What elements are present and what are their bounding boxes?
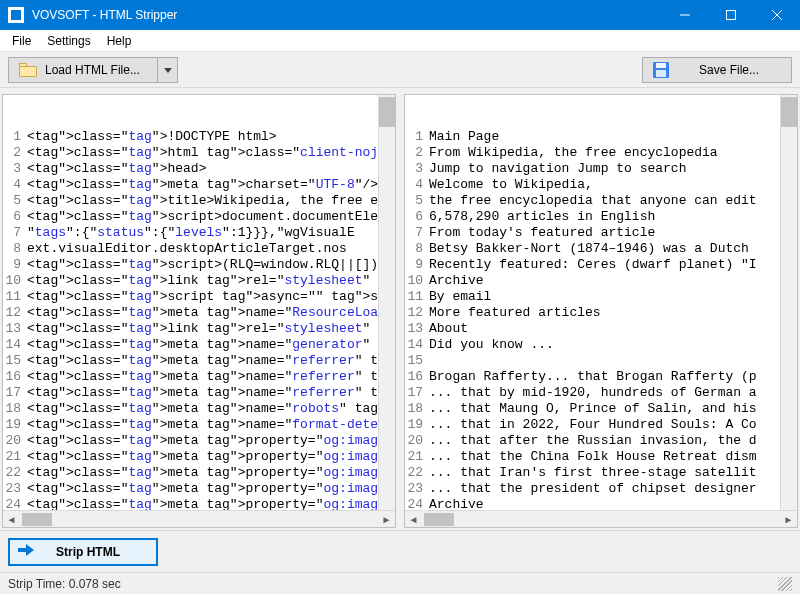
folder-open-icon [19,63,37,77]
text-line: 10Archive [405,273,797,289]
resize-grip[interactable] [778,577,792,591]
code-line: 16<tag">class="tag">meta tag">name="refe… [3,369,395,385]
statusbar: Strip Time: 0.078 sec [0,572,800,594]
text-line: 13About [405,321,797,337]
code-line: 4<tag">class="tag">meta tag">charset="UT… [3,177,395,193]
text-line: 12More featured articles [405,305,797,321]
output-vscrollbar[interactable] [780,95,797,510]
toolbar: Load HTML File... Save File... [0,52,800,88]
code-line: 24<tag">class="tag">meta tag">property="… [3,497,395,510]
text-line: 7From today's featured article [405,225,797,241]
text-line: 20... that after the Russian invasion, t… [405,433,797,449]
load-html-dropdown[interactable] [158,57,178,83]
text-line: 66,578,290 articles in English [405,209,797,225]
text-line: 24Archive [405,497,797,510]
load-html-label: Load HTML File... [45,63,140,77]
strip-html-label: Strip HTML [44,545,148,559]
status-text: Strip Time: 0.078 sec [8,577,121,591]
text-line: 19... that in 2022, Four Hundred Souls: … [405,417,797,433]
menu-settings[interactable]: Settings [39,32,98,50]
save-file-label: Save File... [677,63,781,77]
code-line: 18<tag">class="tag">meta tag">name="robo… [3,401,395,417]
scroll-left-icon[interactable]: ◄ [405,511,422,528]
menu-help[interactable]: Help [99,32,140,50]
code-line: 14<tag">class="tag">meta tag">name="gene… [3,337,395,353]
action-bar: Strip HTML [0,530,800,572]
svg-rect-1 [727,11,736,20]
text-line: 23... that the president of chipset desi… [405,481,797,497]
code-line: 21<tag">class="tag">meta tag">property="… [3,449,395,465]
source-pane: 1<tag">class="tag">!DOCTYPE html>2<tag">… [2,94,396,528]
text-line: 1Main Page [405,129,797,145]
code-line: 3<tag">class="tag">head> [3,161,395,177]
text-line: 15 [405,353,797,369]
scroll-right-icon[interactable]: ► [378,511,395,528]
code-line: 7"tags":{"status":{"levels":1}}},"wgVisu… [3,225,395,241]
code-line: 20<tag">class="tag">meta tag">property="… [3,433,395,449]
text-line: 21... that the China Folk House Retreat … [405,449,797,465]
scroll-right-icon[interactable]: ► [780,511,797,528]
close-button[interactable] [754,0,800,30]
save-icon [653,62,669,78]
text-line: 2From Wikipedia, the free encyclopedia [405,145,797,161]
menu-file[interactable]: File [4,32,39,50]
code-line: 22<tag">class="tag">meta tag">property="… [3,465,395,481]
code-line: 1<tag">class="tag">!DOCTYPE html> [3,129,395,145]
text-line: 5the free encyclopedia that anyone can e… [405,193,797,209]
code-line: 13<tag">class="tag">link tag">rel="style… [3,321,395,337]
scroll-left-icon[interactable]: ◄ [3,511,20,528]
text-line: 16Brogan Rafferty... that Brogan Raffert… [405,369,797,385]
load-html-button[interactable]: Load HTML File... [8,57,158,83]
svg-marker-5 [18,544,34,556]
text-line: 22... that Iran's first three-stage sate… [405,465,797,481]
maximize-button[interactable] [708,0,754,30]
code-line: 12<tag">class="tag">meta tag">name="Reso… [3,305,395,321]
menubar: File Settings Help [0,30,800,52]
text-line: 8Betsy Bakker-Nort (1874–1946) was a Dut… [405,241,797,257]
text-line: 14Did you know ... [405,337,797,353]
strip-html-button[interactable]: Strip HTML [8,538,158,566]
code-line: 23<tag">class="tag">meta tag">property="… [3,481,395,497]
code-line: 9<tag">class="tag">script>(RLQ=window.RL… [3,257,395,273]
source-hscrollbar[interactable]: ◄ ► [3,510,395,527]
arrow-right-icon [18,544,34,559]
code-line: 17<tag">class="tag">meta tag">name="refe… [3,385,395,401]
code-line: 8ext.visualEditor.desktopArticleTarget.n… [3,241,395,257]
svg-marker-4 [164,68,172,73]
titlebar: VOVSOFT - HTML Stripper [0,0,800,30]
code-line: 5<tag">class="tag">title>Wikipedia, the … [3,193,395,209]
minimize-button[interactable] [662,0,708,30]
code-line: 15<tag">class="tag">meta tag">name="refe… [3,353,395,369]
code-line: 6<tag">class="tag">script>document.docum… [3,209,395,225]
text-line: 3Jump to navigation Jump to search [405,161,797,177]
code-line: 11<tag">class="tag">script tag">async=""… [3,289,395,305]
code-line: 10<tag">class="tag">link tag">rel="style… [3,273,395,289]
save-file-button[interactable]: Save File... [642,57,792,83]
text-line: 18... that Maung O, Prince of Salin, and… [405,401,797,417]
text-line: 4Welcome to Wikipedia, [405,177,797,193]
output-pane: 1Main Page2From Wikipedia, the free ency… [404,94,798,528]
output-hscrollbar[interactable]: ◄ ► [405,510,797,527]
chevron-down-icon [164,66,172,74]
text-line: 11By email [405,289,797,305]
app-icon [8,7,24,23]
text-line: 17... that by mid-1920, hundreds of Germ… [405,385,797,401]
source-vscrollbar[interactable] [378,95,395,510]
code-line: 2<tag">class="tag">html tag">class="clie… [3,145,395,161]
output-editor[interactable]: 1Main Page2From Wikipedia, the free ency… [405,95,797,510]
text-line: 9Recently featured: Ceres (dwarf planet)… [405,257,797,273]
window-title: VOVSOFT - HTML Stripper [32,8,662,22]
code-line: 19<tag">class="tag">meta tag">name="form… [3,417,395,433]
source-editor[interactable]: 1<tag">class="tag">!DOCTYPE html>2<tag">… [3,95,395,510]
